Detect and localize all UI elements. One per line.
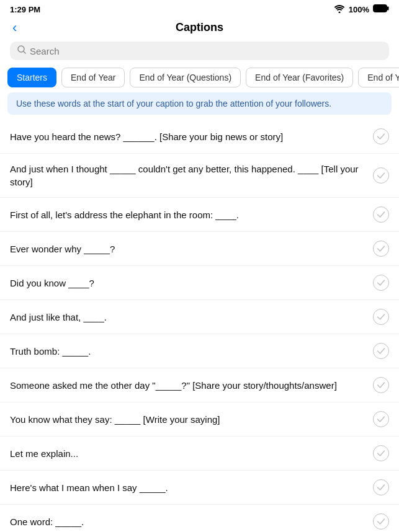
caption-list: Have you heard the news? ______. [Share …: [0, 117, 399, 532]
wifi-icon: [334, 4, 345, 15]
caption-text: And just when I thought _____ couldn't g…: [10, 162, 373, 188]
battery-icon: [373, 4, 389, 14]
list-item[interactable]: And just when I thought _____ couldn't g…: [0, 154, 399, 198]
caption-text: And just like that, ____.: [10, 311, 373, 324]
back-button[interactable]: ‹: [10, 19, 19, 37]
check-circle: [373, 479, 389, 495]
list-item[interactable]: One word: _____.: [0, 505, 399, 532]
check-circle: [373, 128, 389, 144]
list-item[interactable]: Have you heard the news? ______. [Share …: [0, 120, 399, 154]
svg-rect-1: [374, 5, 387, 12]
check-circle: [373, 411, 389, 427]
check-circle: [373, 275, 389, 291]
check-circle: [373, 206, 389, 223]
list-item[interactable]: And just like that, ____.: [0, 300, 399, 334]
caption-text: Someone asked me the other day "_____?" …: [10, 379, 373, 392]
caption-text: Ever wonder why _____?: [10, 242, 373, 255]
caption-text: One word: _____.: [10, 515, 373, 528]
caption-text: Let me explain...: [10, 447, 373, 460]
list-item[interactable]: Someone asked me the other day "_____?" …: [0, 368, 399, 402]
search-icon: [17, 45, 26, 56]
caption-text: Here's what I mean when I say _____.: [10, 481, 373, 494]
list-item[interactable]: Truth bomb: _____.: [0, 334, 399, 368]
check-circle: [373, 167, 389, 184]
list-item[interactable]: Let me explain...: [0, 437, 399, 471]
tabs-container: StartersEnd of YearEnd of Year (Question…: [0, 65, 399, 92]
page-header: ‹ Captions: [0, 17, 399, 39]
svg-line-4: [24, 51, 25, 53]
check-circle: [373, 241, 389, 257]
tab-btn[interactable]: End of Year (Favorites): [246, 68, 353, 87]
status-right: 100%: [334, 4, 389, 15]
search-bar: [10, 42, 389, 60]
list-item[interactable]: Ever wonder why _____?: [0, 232, 399, 266]
check-circle: [373, 377, 389, 393]
caption-text: Truth bomb: _____.: [10, 345, 373, 358]
svg-point-0: [338, 11, 340, 13]
caption-text: Did you know ____?: [10, 277, 373, 290]
caption-text: You know what they say: _____ [Write you…: [10, 413, 373, 426]
info-banner: Use these words at the start of your cap…: [7, 92, 392, 115]
tab-btn[interactable]: End of Year (Questions): [130, 68, 241, 87]
list-item[interactable]: Here's what I mean when I say _____.: [0, 471, 399, 505]
list-item[interactable]: You know what they say: _____ [Write you…: [0, 402, 399, 437]
list-item[interactable]: Did you know ____?: [0, 266, 399, 300]
battery-percent: 100%: [349, 5, 369, 14]
list-item[interactable]: First of all, let's address the elephant…: [0, 198, 399, 232]
status-bar: 1:29 PM 100%: [0, 0, 399, 17]
check-circle: [373, 309, 389, 325]
tab-btn[interactable]: Starters: [7, 68, 56, 87]
check-circle: [373, 343, 389, 359]
tab-btn[interactable]: End of Year (Quotes): [358, 68, 399, 87]
search-input[interactable]: [30, 46, 382, 56]
status-time: 1:29 PM: [10, 5, 40, 14]
tab-btn[interactable]: End of Year: [61, 68, 125, 87]
check-circle: [373, 445, 389, 461]
check-circle: [373, 513, 389, 530]
svg-rect-2: [387, 7, 389, 11]
caption-text: Have you heard the news? ______. [Share …: [10, 130, 373, 143]
page-title: Captions: [176, 21, 223, 34]
caption-text: First of all, let's address the elephant…: [10, 208, 373, 221]
